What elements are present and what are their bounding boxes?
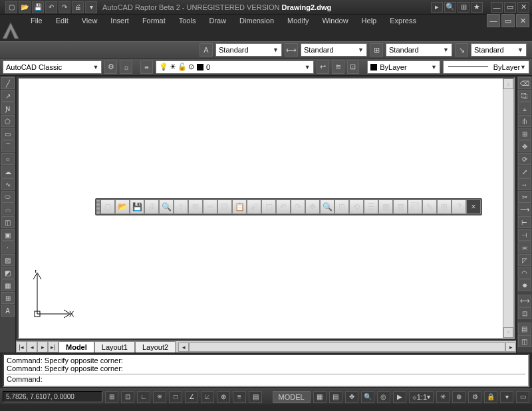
model-space-button[interactable]: MODEL [273,391,311,403]
quickcalc-tool-icon[interactable]: ⊡ [518,307,531,319]
doc-restore-button[interactable]: ▭ [501,14,515,27]
help-icon[interactable]: ? [452,200,466,214]
tab-next-icon[interactable]: ▸ [37,341,48,352]
scale-tool-icon[interactable]: ⤢ [518,166,531,178]
insert-block-tool-icon[interactable]: ◫ [1,216,15,228]
offset-tool-icon[interactable]: ⫛ [518,115,531,127]
doc-close-button[interactable]: ✕ [516,14,529,27]
qat-plot-icon[interactable]: 🖨 [72,1,84,13]
layer-props-icon[interactable]: ≡ [140,61,153,74]
otrack-toggle-icon[interactable]: ∠ [185,391,198,403]
status-tray-icon[interactable]: ▾ [500,391,513,403]
toolbar-lock-icon[interactable]: 🔒 [484,391,497,403]
join-tool-icon[interactable]: ⫘ [518,241,531,253]
new-icon[interactable]: ▢ [100,200,115,214]
qv-layouts-icon[interactable]: ▦ [313,391,327,403]
steering-wheel-icon[interactable]: ◎ [377,391,390,403]
coordinates-display[interactable]: 5.7826, 7.6107, 0.0000 [3,391,102,402]
ortho-toggle-icon[interactable]: ∟ [137,391,150,403]
qv-drawings-icon[interactable]: ▤ [329,391,342,403]
markup-icon[interactable]: ✎ [422,200,437,214]
infocenter-key-icon[interactable]: 🔍 [444,2,456,13]
make-block-tool-icon[interactable]: ▣ [1,229,15,241]
layer-prev-icon[interactable]: ↩ [317,61,329,74]
qat-undo-icon[interactable]: ↶ [45,1,57,13]
arc-tool-icon[interactable]: ⌒ [1,140,15,152]
menu-view[interactable]: View [75,15,104,26]
chamfer-tool-icon[interactable]: ◸ [518,254,531,266]
redo-icon[interactable]: ↷ [291,200,305,214]
qp-toggle-icon[interactable]: ▤ [249,391,262,403]
layer-state-icon[interactable]: ⊡ [347,61,360,74]
menu-tools[interactable]: Tools [172,15,203,26]
mleaderstyle-icon[interactable]: ↘ [455,43,468,57]
ellipse-tool-icon[interactable]: ⬭ [1,191,15,203]
qat-dropdown-icon[interactable]: ▾ [85,1,97,13]
mleaderstyle-dropdown[interactable]: Standard▼ [471,43,527,57]
workspace-settings-icon[interactable]: ⚙ [104,61,117,74]
ducs-toggle-icon[interactable]: ⟀ [201,391,214,403]
zoom-win-icon[interactable]: ⊡ [334,200,349,214]
blockedit-tool-icon[interactable]: ◫ [518,335,531,347]
hscroll-left-icon[interactable]: ◂ [178,342,189,352]
copy-tool-icon[interactable]: ⿻ [518,90,531,102]
block-editor-icon[interactable]: ◫ [261,200,276,214]
tablestyle-dropdown[interactable]: Standard▼ [386,43,452,57]
vscroll-up-icon[interactable]: ▲ [503,78,513,89]
properties-icon[interactable]: ☰ [364,200,378,214]
infocenter-comm-icon[interactable]: ⊞ [458,2,469,13]
drawing-canvas[interactable]: ▢ 📂 💾 🖨 🔍 ⇪ ✉ ✂ ⿻ 📋 🖌 ◫ ↶ ↷ ✥ 🔍 ⊡ ⟲ ☰ ▦ [17,77,515,339]
design-center-icon[interactable]: ▦ [378,200,393,214]
distance-tool-icon[interactable]: ⟷ [518,295,531,307]
command-prompt[interactable]: Command: [7,374,525,383]
vscrollbar[interactable]: ▲ ▼ [503,78,513,338]
array-tool-icon[interactable]: ⊞ [518,128,531,140]
table-tool-icon[interactable]: ⊞ [1,292,15,304]
tab-layout2[interactable]: Layout2 [135,341,176,352]
menu-window[interactable]: Window [315,15,354,26]
publish-icon[interactable]: ⇪ [174,200,188,214]
minimize-button[interactable]: — [491,2,503,13]
tab-first-icon[interactable]: |◂ [16,341,27,352]
pan-status-icon[interactable]: ✥ [345,391,358,403]
rotate-tool-icon[interactable]: ⟳ [518,153,531,165]
tab-prev-icon[interactable]: ◂ [27,341,37,352]
infocenter-fav-icon[interactable]: ★ [471,2,483,13]
doc-minimize-button[interactable]: — [487,14,500,27]
color-dropdown[interactable]: ByLayer▼ [367,61,440,74]
menu-insert[interactable]: Insert [104,15,136,26]
standard-toolbar[interactable]: ▢ 📂 💾 🖨 🔍 ⇪ ✉ ✂ ⿻ 📋 🖌 ◫ ↶ ↷ ✥ 🔍 ⊡ ⟲ ☰ ▦ [95,198,482,215]
menu-express[interactable]: Express [383,15,423,26]
qat-new-icon[interactable]: ▢ [5,1,17,13]
tool-palettes-icon[interactable]: ▥ [393,200,408,214]
zoom-prev-icon[interactable]: ⟲ [349,200,364,214]
layer-dropdown[interactable]: 💡 ☀ 🔓 ⊙ 0 ▼ [156,61,314,74]
paste-icon[interactable]: 📋 [232,200,247,214]
linetype-dropdown[interactable]: ByLayer▼ [443,61,529,74]
menu-edit[interactable]: Edit [49,15,75,26]
hscroll-right-icon[interactable]: ▸ [505,342,516,352]
showmotion-icon[interactable]: ▶ [393,391,406,403]
qcalc-icon[interactable]: ⊞ [437,200,452,214]
stretch-tool-icon[interactable]: ↔ [518,178,531,190]
qat-redo-icon[interactable]: ↷ [59,1,70,13]
polar-toggle-icon[interactable]: ✳ [153,391,166,403]
osnap-toggle-icon[interactable]: □ [169,391,182,403]
annotation-auto-icon[interactable]: ⊛ [452,391,466,403]
save-icon[interactable]: 💾 [130,200,144,214]
tab-model[interactable]: Model [59,341,94,352]
move-tool-icon[interactable]: ✥ [518,140,531,152]
spline-tool-icon[interactable]: ∿ [1,178,15,190]
plot-icon[interactable]: 🖨 [144,200,159,214]
rectangle-tool-icon[interactable]: ▭ [1,128,15,140]
polyline-tool-icon[interactable]: Ɲ [1,102,15,114]
region-tool-icon[interactable]: ▦ [1,279,15,291]
menu-help[interactable]: Help [355,15,384,26]
break-tool-icon[interactable]: ⊣ [518,229,531,241]
extend-tool-icon[interactable]: ⟶ [518,204,531,215]
infocenter-search-icon[interactable]: ▸ [431,2,443,13]
matchprop-icon[interactable]: 🖌 [247,200,261,214]
ellipse-arc-tool-icon[interactable]: ⌓ [1,204,15,215]
tab-layout1[interactable]: Layout1 [94,341,135,352]
menu-dimension[interactable]: Dimension [233,15,281,26]
